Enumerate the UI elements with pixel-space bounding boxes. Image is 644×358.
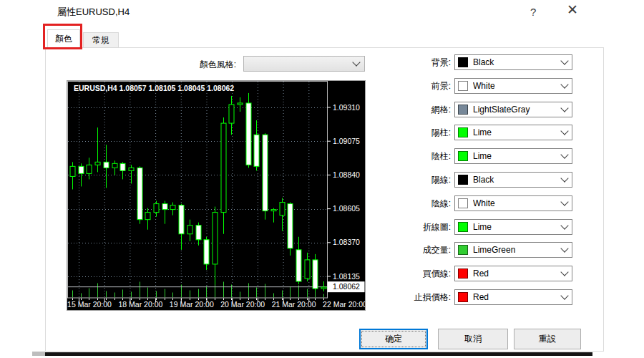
bull-candle-color-row: 陽線: Black	[372, 172, 574, 188]
bear-candle-color-row: 陰線: White	[372, 195, 574, 211]
chevron-down-icon	[560, 150, 568, 158]
color-value: LightSlateGray	[473, 105, 559, 115]
row-label: 網格:	[372, 102, 451, 117]
line-chart-color-row: 折線圖: Lime	[372, 219, 574, 235]
chevron-down-icon	[560, 198, 568, 205]
chevron-down-icon	[560, 174, 568, 182]
chevron-down-icon	[560, 268, 568, 276]
svg-text:1.08135: 1.08135	[333, 272, 360, 281]
row-label: 買價線:	[372, 266, 451, 281]
ok-button[interactable]: 确定	[359, 329, 428, 349]
reset-button[interactable]: 重設	[514, 329, 581, 349]
chevron-down-icon	[560, 221, 568, 229]
svg-text:20 Mar 20:00: 20 Mar 20:00	[220, 300, 265, 309]
color-value: LimeGreen	[473, 245, 559, 255]
color-swatch	[458, 175, 468, 185]
row-label: 成交量:	[372, 242, 451, 258]
color-value: Red	[473, 292, 559, 302]
svg-text:19 Mar 20:00: 19 Mar 20:00	[170, 300, 214, 309]
chevron-down-icon	[560, 127, 568, 135]
row-label: 折線圖:	[372, 219, 451, 235]
svg-text:22 Mar 20:00: 22 Mar 20:00	[323, 300, 365, 309]
bid-line-color-row: 買價線: Red	[372, 266, 574, 281]
svg-text:21 Mar 20:00: 21 Mar 20:00	[272, 300, 316, 309]
svg-text:18 Mar 20:00: 18 Mar 20:00	[118, 300, 162, 309]
color-scheme-select[interactable]	[243, 56, 365, 72]
color-value: White	[473, 81, 559, 91]
chevron-down-icon	[560, 80, 568, 88]
close-icon[interactable]: ✕	[567, 1, 578, 18]
tab-common[interactable]: 常規	[83, 32, 119, 48]
color-swatch	[458, 292, 468, 302]
color-value: Lime	[473, 127, 559, 137]
color-value: Red	[473, 268, 559, 279]
bid-line-color-select[interactable]: Red	[454, 266, 572, 281]
row-label: 陰柱:	[372, 148, 451, 164]
chevron-down-icon	[560, 57, 568, 64]
foreground-color-row: 前景: White	[372, 78, 574, 94]
dialog-title: 屬性EURUSD,H4	[57, 6, 130, 19]
foreground-color-select[interactable]: White	[454, 78, 572, 94]
line-chart-color-select[interactable]: Lime	[454, 219, 572, 235]
color-swatch	[458, 222, 468, 232]
tab-common-label: 常規	[92, 35, 109, 45]
stop-level-color-row: 止損價格: Red	[372, 289, 574, 305]
stop-level-color-select[interactable]: Red	[454, 289, 572, 305]
svg-text:EURUSD,H4 1.08057 1.08105 1.0: EURUSD,H4 1.08057 1.08105 1.08045 1.0806…	[74, 84, 234, 92]
bear-bar-color-row: 陰柱: Lime	[372, 148, 574, 164]
color-swatch	[458, 127, 468, 137]
color-swatch	[458, 81, 468, 91]
background-window-edge	[32, 352, 45, 356]
row-label: 背景:	[372, 54, 451, 70]
chevron-down-icon	[560, 244, 568, 252]
bear-candle-color-select[interactable]: White	[454, 195, 572, 211]
tab-colors-label: 顏色	[55, 34, 72, 44]
chart-preview: 1.093101.090751.088401.086051.083701.081…	[67, 80, 366, 311]
chevron-down-icon	[560, 104, 568, 112]
color-swatch	[458, 151, 468, 161]
svg-text:1.09310: 1.09310	[333, 103, 360, 112]
bear-bar-color-select[interactable]: Lime	[454, 148, 572, 164]
row-label: 止損價格:	[372, 289, 451, 305]
color-swatch	[458, 57, 468, 67]
color-value: Black	[473, 57, 559, 67]
color-swatch	[458, 198, 468, 208]
bull-candle-color-select[interactable]: Black	[454, 172, 572, 188]
bull-bar-color-row: 陽柱: Lime	[372, 125, 574, 140]
color-value: Lime	[473, 151, 559, 161]
window-bottom-edge	[45, 352, 592, 356]
background-color-row: 背景: Black	[372, 54, 574, 70]
tab-colors[interactable]: 顏色	[47, 29, 80, 48]
row-label: 陰線:	[372, 195, 451, 211]
svg-text:1.08062: 1.08062	[333, 282, 360, 291]
grid-color-select[interactable]: LightSlateGray	[454, 102, 572, 117]
bull-bar-color-select[interactable]: Lime	[454, 125, 572, 140]
svg-text:1.08840: 1.08840	[333, 170, 360, 179]
grid-color-row: 網格: LightSlateGray	[372, 102, 574, 117]
color-scheme-label: 顏色風格:	[159, 57, 236, 72]
row-label: 陽柱:	[372, 125, 451, 140]
svg-text:1.09075: 1.09075	[333, 137, 360, 145]
chevron-down-icon	[560, 291, 568, 299]
candlestick-chart: 1.093101.090751.088401.086051.083701.081…	[67, 81, 365, 310]
color-value: Black	[473, 175, 559, 185]
color-value: White	[473, 198, 559, 208]
svg-text:15 Mar 20:00: 15 Mar 20:00	[67, 300, 112, 309]
help-icon[interactable]: ?	[530, 6, 536, 18]
volume-color-select[interactable]: LimeGreen	[454, 242, 572, 258]
chevron-down-icon	[352, 58, 360, 66]
color-swatch	[458, 105, 468, 115]
row-label: 陽線:	[372, 172, 451, 188]
color-value: Lime	[473, 222, 559, 232]
svg-text:1.08370: 1.08370	[333, 238, 360, 246]
color-swatch	[458, 268, 468, 279]
cancel-button[interactable]: 取消	[438, 329, 508, 349]
svg-text:1.08605: 1.08605	[333, 204, 360, 213]
row-label: 前景:	[372, 78, 451, 94]
color-swatch	[458, 245, 468, 255]
volume-color-row: 成交量: LimeGreen	[372, 242, 574, 258]
background-color-select[interactable]: Black	[454, 54, 572, 70]
